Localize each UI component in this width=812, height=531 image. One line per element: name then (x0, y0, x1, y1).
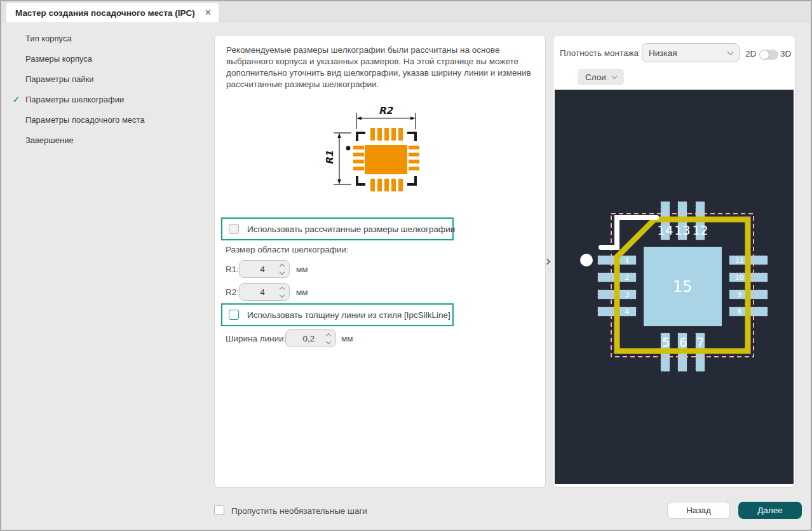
spinner-arrows-icon[interactable] (324, 334, 335, 343)
r1-unit: мм (296, 265, 308, 274)
step-label: Тип корпуса (25, 34, 72, 43)
step-finish[interactable]: Завершение (1, 130, 211, 150)
use-calculated-sizes-checkbox[interactable] (229, 224, 239, 234)
pin1-marker-dot (580, 254, 593, 266)
next-button[interactable]: Далее (738, 502, 802, 519)
r1-stepper[interactable]: 4 (239, 260, 290, 278)
step-label: Размеры корпуса (25, 54, 92, 64)
2d-3d-toggle[interactable] (759, 50, 778, 60)
tab-title: Мастер создания посадочного места (IPC) (15, 8, 195, 18)
pad-number: 9 (738, 291, 742, 299)
pad-number: 6 (679, 334, 687, 350)
step-package-sizes[interactable]: Размеры корпуса (1, 48, 211, 69)
layers-dropdown-button[interactable]: Слои (578, 69, 624, 85)
pad-number: 14 (657, 223, 673, 238)
r2-stepper[interactable]: 4 (239, 283, 290, 301)
pad-number: 5 (662, 334, 670, 350)
pad-number: 2 (625, 273, 630, 282)
step-silkscreen-params[interactable]: ✓ Параметры шелкографии (1, 89, 211, 109)
pad-number: 8 (738, 308, 742, 316)
skip-optional-steps-label: Пропустить необязательные шаги (231, 506, 367, 516)
step-label: Завершение (25, 135, 74, 145)
page-description: Рекомендуемые размеры шелкографии были р… (226, 45, 539, 90)
line-width-value: 0,2 (286, 334, 324, 343)
mode-2d-label[interactable]: 2D (745, 49, 756, 59)
diagram-r2-label: R2 (379, 105, 394, 116)
silk-area-label: Размер области шелкографии: (226, 245, 349, 254)
panel-expand-chevron-icon[interactable] (545, 258, 550, 266)
wizard-steps: Тип корпуса Размеры корпуса Параметры па… (1, 28, 211, 150)
use-calculated-sizes-row: Использовать рассчитанные размеры шелког… (221, 217, 454, 240)
pad-number: 12 (692, 223, 708, 238)
step-package-type[interactable]: Тип корпуса (1, 28, 211, 48)
step-label: Параметры шелкографии (25, 95, 124, 104)
toggle-knob (760, 50, 769, 59)
pad-number: 10 (735, 273, 744, 282)
use-calculated-sizes-label: Использовать рассчитанные размеры шелког… (247, 224, 455, 234)
pad-number: 1 (625, 256, 630, 265)
step-solder-params[interactable]: Параметры пайки (1, 69, 211, 89)
step-label: Параметры пайки (25, 74, 93, 84)
step-footprint-params[interactable]: Параметры посадочного места (1, 109, 211, 130)
r2-field-label: R2: (226, 287, 239, 297)
line-width-stepper[interactable]: 0,2 (285, 329, 336, 347)
tab-bar: Мастер создания посадочного места (IPC) … (1, 1, 811, 22)
pad-number: 11 (735, 256, 744, 265)
checkmark-icon: ✓ (13, 95, 20, 104)
use-style-width-label: Использовать толщину линии из стиля [Ipc… (247, 310, 450, 320)
spinner-arrows-icon[interactable] (278, 265, 289, 274)
preview-panel: Плотность монтажа Низкая 2D 3D Слои (553, 35, 795, 488)
chevron-down-icon (612, 74, 617, 79)
r2-value: 4 (240, 287, 278, 297)
spinner-arrows-icon[interactable] (278, 287, 289, 297)
density-dropdown[interactable]: Низкая (642, 43, 740, 62)
density-label: Плотность монтажа (560, 48, 639, 58)
back-button[interactable]: Назад (667, 502, 730, 519)
use-style-width-checkbox[interactable] (229, 310, 239, 320)
pad-number: 13 (674, 223, 690, 238)
tab-footprint-wizard[interactable]: Мастер создания посадочного места (IPC) … (6, 3, 219, 22)
r1-field-label: R1: (226, 265, 239, 274)
pad-number: 15 (673, 278, 693, 296)
layers-button-label: Слои (585, 72, 606, 82)
pad-number: 7 (696, 334, 705, 350)
step-label: Параметры посадочного места (25, 115, 145, 125)
chevron-down-icon (727, 49, 734, 55)
pad-number: 3 (625, 291, 630, 299)
use-style-width-row: Использовать толщину линии из стиля [Ipc… (221, 303, 454, 326)
density-value: Низкая (649, 48, 728, 58)
r2-unit: мм (296, 287, 308, 297)
mode-3d-label[interactable]: 3D (780, 49, 791, 59)
silkscreen-settings-panel: Рекомендуемые размеры шелкографии были р… (214, 35, 546, 488)
diagram-r1-label: R1 (324, 151, 335, 165)
r1-value: 4 (240, 265, 278, 274)
line-width-unit: мм (341, 334, 353, 343)
line-width-label: Ширина линии: (226, 334, 286, 343)
footprint-preview-canvas[interactable]: 14 13 12 5 6 7 1 2 3 4 11 10 9 8 15 (555, 90, 794, 484)
skip-optional-steps-checkbox[interactable] (214, 505, 224, 515)
close-icon[interactable]: × (205, 8, 211, 18)
pad-number: 4 (625, 308, 630, 316)
silkscreen-diagram: R2 R1 (312, 96, 449, 203)
